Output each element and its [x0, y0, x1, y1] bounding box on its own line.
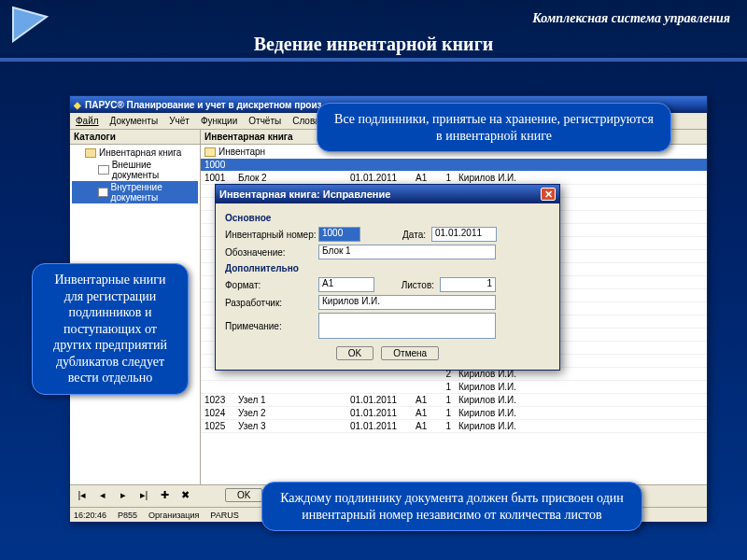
document-icon	[98, 165, 109, 175]
cell-oboz: Узел 1	[234, 394, 346, 407]
cell-num: 1001	[201, 172, 234, 185]
label-developer: Разработчик:	[225, 298, 318, 308]
table-row[interactable]: 1000	[201, 159, 707, 172]
cell-resp: Кирилов И.И.	[455, 172, 707, 185]
dialog-title: Инвентарная книга: Исправление	[219, 189, 390, 200]
status-user: P855	[118, 511, 137, 520]
app-title: ПАРУС® Планирование и учет в дискретном …	[85, 100, 322, 110]
nav-prev-icon[interactable]: ◂	[96, 489, 109, 501]
folder-icon	[204, 147, 216, 157]
table-row[interactable]: 1025Узел 301.01.2011A11Кирилов И.И.	[201, 420, 707, 433]
title-divider	[0, 58, 747, 62]
tree-item-label: Внутренние документы	[111, 182, 198, 203]
close-icon[interactable]: ✕	[541, 188, 556, 201]
table-row[interactable]: 1001Блок 201.01.2011A11Кирилов И.И.	[201, 172, 707, 185]
label-date: Дата:	[385, 230, 426, 240]
nav-del-icon[interactable]: ✖	[178, 489, 191, 501]
cell-cnt: 1	[440, 381, 455, 394]
app-icon: ◆	[74, 100, 81, 110]
edit-dialog: Инвентарная книга: Исправление ✕ Основно…	[215, 184, 560, 371]
cell-oboz: Узел 3	[234, 420, 346, 433]
label-inv-number: Инвентарный номер:	[225, 230, 318, 240]
cell-fmt: A1	[412, 420, 440, 433]
status-time: 16:20:46	[74, 511, 106, 520]
menu-documents[interactable]: Документы	[105, 116, 164, 126]
cell-date	[346, 159, 412, 172]
breadcrumb-label: Инвентарн	[218, 147, 265, 157]
sidebar-title: Каталоги	[70, 130, 200, 145]
cell-cnt: 1	[440, 394, 455, 407]
input-oboz[interactable]: Блок 1	[318, 245, 496, 259]
menu-accounting[interactable]: Учёт	[163, 116, 195, 126]
section-main: Основное	[225, 213, 550, 223]
input-developer[interactable]: Кирилов И.И.	[318, 295, 496, 310]
document-icon	[98, 188, 108, 197]
menu-reports[interactable]: Отчёты	[243, 116, 287, 126]
cell-cnt: 1	[440, 420, 455, 433]
catalog-tree: Инвентарная книгаВнешние документыВнутре…	[70, 145, 200, 205]
section-extra: Дополнительно	[225, 263, 550, 273]
label-oboz: Обозначение:	[225, 247, 318, 258]
tree-item-label: Внешние документы	[112, 160, 198, 180]
input-inv-number[interactable]: 1000	[318, 227, 360, 242]
cell-oboz: Узел 2	[234, 407, 346, 420]
tree-item-label: Инвентарная книга	[99, 147, 181, 158]
nav-add-icon[interactable]: ✚	[158, 489, 171, 501]
cell-oboz: Блок 2	[234, 172, 346, 185]
label-format: Формат:	[225, 280, 318, 290]
status-db: PARUS	[210, 511, 238, 520]
callout-top: Все подлинники, принятые на хранение, ре…	[317, 103, 671, 152]
cell-num	[201, 381, 234, 394]
page-title: Ведение инвентарной книги	[0, 34, 747, 55]
label-note: Примечание:	[225, 321, 318, 331]
tree-item[interactable]: Инвентарная книга	[72, 147, 198, 159]
cell-fmt	[412, 159, 440, 172]
cell-cnt	[440, 159, 455, 172]
cell-resp: Кирилов И.И.	[455, 394, 707, 407]
status-org: Организация	[148, 511, 199, 520]
system-title: Комплексная система управления	[532, 11, 730, 26]
cell-fmt: A1	[412, 172, 440, 185]
cell-date	[346, 381, 412, 394]
tree-item[interactable]: Внутренние документы	[72, 181, 198, 203]
input-date[interactable]: 01.01.2011	[431, 227, 497, 242]
ok-button[interactable]: OK	[225, 488, 262, 502]
cell-date: 01.01.2011	[346, 172, 412, 185]
cell-num: 1025	[201, 420, 234, 433]
slide-header: Комплексная система управления Ведение и…	[0, 0, 747, 52]
nav-first-icon[interactable]: |◂	[76, 489, 89, 501]
cell-date: 01.01.2011	[346, 407, 412, 420]
table-row[interactable]: 1023Узел 101.01.2011A11Кирилов И.И.	[201, 394, 707, 407]
nav-last-icon[interactable]: ▸|	[137, 489, 150, 501]
cell-resp	[455, 159, 707, 172]
cell-oboz	[234, 159, 346, 172]
label-sheets: Листов:	[388, 280, 434, 290]
callout-left: Инвентарные книги для регистрации подлин…	[32, 263, 189, 395]
input-sheets[interactable]: 1	[440, 277, 496, 292]
cell-resp: Кирилов И.И.	[455, 407, 707, 420]
input-note[interactable]	[318, 313, 496, 339]
table-row[interactable]: 1Кирилов И.И.	[201, 381, 707, 394]
cell-date: 01.01.2011	[346, 394, 412, 407]
nav-next-icon[interactable]: ▸	[117, 489, 130, 501]
cell-num: 1023	[201, 394, 234, 407]
folder-icon	[85, 148, 96, 158]
dialog-titlebar[interactable]: Инвентарная книга: Исправление ✕	[216, 185, 559, 203]
input-format[interactable]: A1	[318, 277, 374, 292]
dialog-ok-button[interactable]: OK	[336, 346, 374, 360]
cell-fmt: A1	[412, 394, 440, 407]
cell-fmt	[412, 381, 440, 394]
cell-cnt: 1	[440, 407, 455, 420]
menu-functions[interactable]: Функции	[195, 116, 243, 126]
cell-resp: Кирилов И.И.	[455, 381, 707, 394]
cell-oboz	[234, 381, 346, 394]
tree-item[interactable]: Внешние документы	[72, 159, 198, 181]
cell-resp: Кирилов И.И.	[455, 420, 707, 433]
table-row[interactable]: 1024Узел 201.01.2011A11Кирилов И.И.	[201, 407, 707, 420]
cell-num: 1000	[201, 159, 234, 172]
cell-fmt: A1	[412, 407, 440, 420]
menu-file[interactable]: Файл	[70, 116, 105, 126]
callout-bottom: Каждому подлиннику документа должен быть…	[261, 482, 642, 531]
dialog-cancel-button[interactable]: Отмена	[381, 346, 439, 360]
cell-cnt: 1	[440, 172, 455, 185]
